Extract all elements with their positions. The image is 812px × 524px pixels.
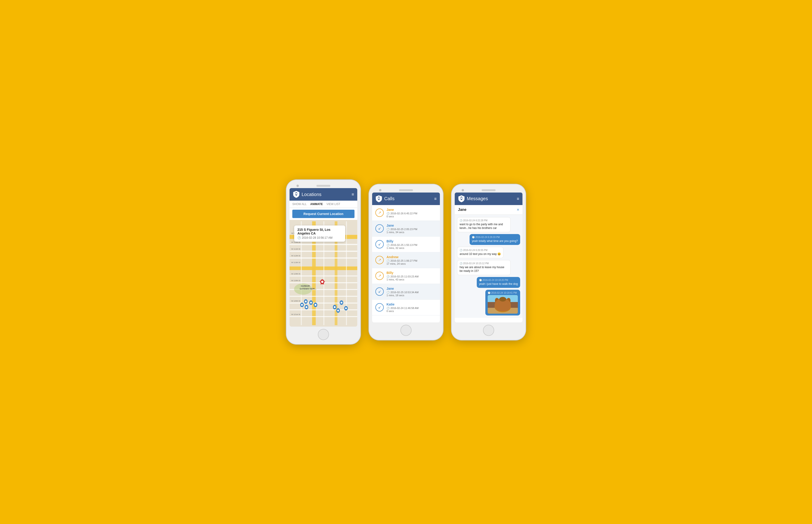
svg-text:↗: ↗: [378, 258, 381, 262]
message-bubble-sent: 🕐 2016-02-24 10:18:20 PM yeah i just hav…: [477, 277, 520, 288]
call-name: Billy: [387, 271, 437, 275]
phone-calls: Calls ≡ ↗ Jane 🕐 2016-02-26 6:45:22 PM 0…: [369, 184, 443, 340]
call-info: Billy 🕐 2016-02-25 1:55:13 PM 1 mins, 32…: [387, 240, 437, 249]
phone-speaker: [316, 185, 330, 187]
svg-point-84: [501, 304, 504, 305]
call-time: 🕐 2016-02-25 1:06:27 PM: [387, 259, 437, 262]
phone-messages: Messages ≡ Jane × 🕐 2016-02-24 6:22:28 P…: [452, 184, 526, 340]
phone-screen-locations: Locations ≡ SHOW ALL ANIMATE VIEW LIST R…: [290, 188, 357, 327]
call-info: Katie 🕐 2016-02-24 11:46:58 AM 0 secs: [387, 302, 437, 312]
phone-bottom-3: [455, 323, 522, 337]
message-text: around 10 text you on my way 😀: [459, 252, 501, 256]
call-info: Jane 🕐 2016-02-26 6:45:22 PM 0 secs: [387, 208, 437, 218]
svg-text:↙: ↙: [378, 290, 381, 293]
phone-top-2: [372, 187, 440, 193]
svg-text:↙: ↙: [378, 242, 381, 246]
header-left-2: Calls: [375, 195, 394, 202]
call-item[interactable]: ↙ Katie 🕐 2016-02-24 11:46:58 AM 0 secs: [372, 300, 440, 315]
call-icon-incoming: ↙: [375, 240, 384, 248]
svg-point-72: [460, 197, 462, 199]
call-time: 🕐 2016-02-24 11:46:58 AM: [387, 307, 437, 310]
svg-text:W 121st St: W 121st St: [291, 313, 301, 315]
hamburger-menu-icon-2[interactable]: ≡: [434, 197, 437, 201]
call-info: Jane 🕐 2016-02-25 2:05:23 PM 1 mins, 34 …: [387, 224, 437, 233]
svg-point-80: [500, 301, 502, 303]
message-bubble-received: 🕐 2016-02-24 6:22:28 PM want to go to th…: [457, 217, 510, 232]
shield-icon-2: [375, 195, 382, 202]
message-time: 🕐 2016-02-24 6:26:33 PM: [472, 236, 518, 239]
svg-text:W 113th St: W 113th St: [291, 261, 301, 263]
call-name: Jane: [387, 208, 437, 212]
svg-text:↗: ↗: [378, 274, 381, 278]
call-name: Katie: [387, 302, 437, 306]
map-popup: 215 S Figuero St, Los Angeles CA 🕐 2016-…: [294, 226, 345, 242]
view-list-tab[interactable]: VIEW LIST: [326, 202, 340, 206]
phone-speaker-3: [482, 189, 496, 191]
svg-point-48: [334, 306, 336, 308]
call-name: Jane: [387, 287, 437, 291]
request-location-button[interactable]: Request Current Location: [292, 210, 355, 218]
messages-list: 🕐 2016-02-24 6:22:28 PM want to go to th…: [455, 215, 522, 318]
svg-point-82: [501, 301, 501, 302]
call-time: 🕐 2016-02-26 6:45:22 PM: [387, 212, 437, 215]
call-item[interactable]: ↙ Billy 🕐 2016-02-25 1:55:13 PM 1 mins, …: [372, 236, 440, 252]
phone-screen-messages: Messages ≡ Jane × 🕐 2016-02-24 6:22:28 P…: [455, 193, 522, 323]
svg-text:W 115th St: W 115th St: [291, 273, 301, 275]
svg-point-54: [345, 307, 347, 309]
locations-title: Locations: [302, 192, 322, 197]
phone-bottom: [290, 327, 357, 341]
svg-point-57: [378, 197, 379, 199]
message-bubble-received: 🕐 2016-02-24 6:26:55 PM around 10 text y…: [457, 247, 503, 258]
call-item[interactable]: ↗ Billy 🕐 2016-02-25 11:03:23 AM 1 mins,…: [372, 268, 440, 284]
call-icon-incoming: ↙: [375, 288, 384, 296]
svg-rect-74: [488, 295, 518, 302]
svg-point-38: [305, 301, 307, 302]
hamburger-menu-icon[interactable]: ≡: [352, 192, 354, 196]
call-item[interactable]: ↗ Andrew 🕐 2016-02-25 1:06:27 PM 17 mins…: [372, 252, 440, 268]
phone-top: [290, 183, 357, 188]
svg-point-42: [314, 304, 316, 306]
call-name: Andrew: [387, 255, 437, 259]
shield-icon: [293, 191, 300, 198]
messages-header: Messages ≡: [455, 193, 522, 205]
phone-top-3: [455, 187, 522, 193]
animate-tab[interactable]: ANIMATE: [310, 202, 323, 206]
message-time: 🕐 2016-02-24 10:18:20 PM: [479, 279, 518, 281]
home-button-2[interactable]: [401, 325, 411, 336]
call-icon-outgoing: ↗: [375, 209, 384, 217]
call-item[interactable]: ↙ Jane 🕐 2016-02-25 10:53:34 AM 1 mins, …: [372, 284, 440, 300]
hamburger-menu-icon-3[interactable]: ≡: [517, 197, 519, 201]
home-button[interactable]: [318, 329, 329, 340]
call-time: 🕐 2016-02-25 11:03:23 AM: [387, 275, 437, 278]
message-bubble-sent: 🕐 2016-02-24 6:26:33 PM yeah totally wha…: [470, 234, 520, 245]
header-left-3: Messages: [458, 195, 488, 202]
show-all-tab[interactable]: SHOW ALL: [292, 202, 307, 206]
call-icon-incoming: ↙: [375, 303, 384, 312]
close-button[interactable]: ×: [517, 207, 519, 212]
locations-toolbar: SHOW ALL ANIMATE VIEW LIST: [290, 201, 357, 208]
popup-time: 🕐 2016-02-28 10:56:17 AM: [297, 236, 342, 240]
camera-dot-3: [462, 189, 464, 191]
call-duration: 1 mins, 18 secs: [387, 294, 437, 297]
shield-icon-3: [458, 195, 465, 202]
call-info: Andrew 🕐 2016-02-25 1:06:27 PM 17 mins, …: [387, 255, 437, 265]
calls-title: Calls: [384, 196, 394, 201]
call-icon-outgoing: ↗: [375, 256, 384, 264]
message-text: want to go to the party with me and kevi…: [459, 223, 508, 230]
phone-bottom-2: [372, 323, 440, 337]
contact-bar: Jane ×: [455, 205, 522, 215]
home-button-3[interactable]: [483, 325, 494, 336]
call-item[interactable]: ↙ Jane 🕐 2016-02-25 2:05:23 PM 1 mins, 3…: [372, 221, 440, 236]
call-item[interactable]: ↗ Jane 🕐 2016-02-26 6:45:22 PM 0 secs: [372, 205, 440, 221]
call-duration: 0 secs: [387, 310, 437, 312]
calls-list: ↗ Jane 🕐 2016-02-26 6:45:22 PM 0 secs ↙ …: [372, 205, 440, 315]
phones-container: Locations ≡ SHOW ALL ANIMATE VIEW LIST R…: [286, 180, 526, 344]
message-bubble-sent-image: 🕐 2016-02-24 10:18:41 PM: [485, 290, 520, 315]
svg-point-83: [505, 301, 505, 302]
map-view: W 109th Pl W 110th St W 111th St W 112th…: [290, 220, 357, 327]
svg-text:W 120th St: W 120th St: [291, 300, 301, 302]
svg-text:HARBOR: HARBOR: [301, 285, 310, 287]
message-text: yeah totally what time are you going?: [472, 239, 518, 243]
svg-text:↙: ↙: [378, 226, 381, 230]
calls-header: Calls ≡: [372, 193, 440, 205]
